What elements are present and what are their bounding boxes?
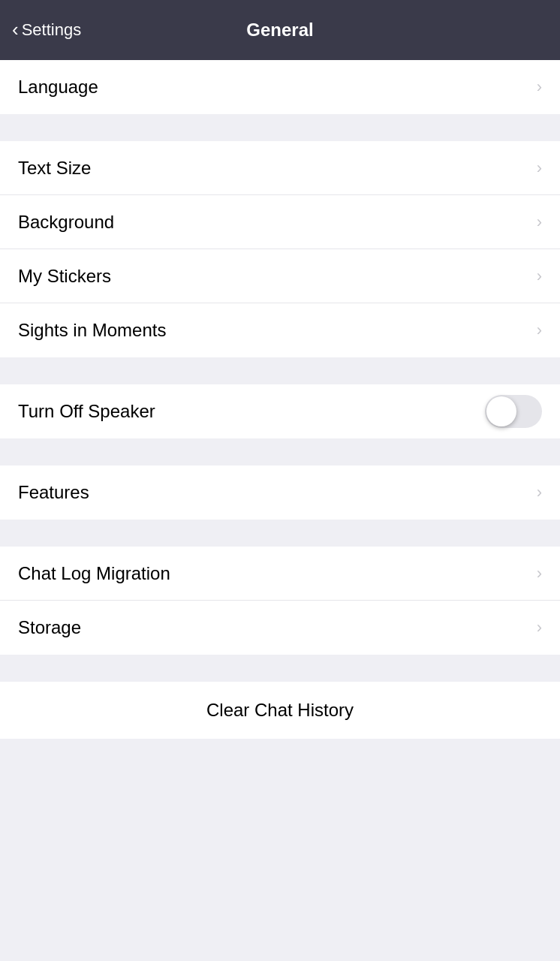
my-stickers-item[interactable]: My Stickers › [0,249,560,303]
features-chevron-icon: › [537,483,542,502]
background-label: Background [18,212,114,233]
turn-off-speaker-toggle[interactable] [485,395,542,428]
toggle-knob [486,396,516,426]
features-label: Features [18,482,89,503]
storage-item[interactable]: Storage › [0,601,560,655]
back-button[interactable]: ‹ Settings [12,20,81,40]
my-stickers-chevron-container: › [537,267,542,286]
navigation-bar: ‹ Settings General [0,0,560,60]
clear-chat-history-button[interactable]: Clear Chat History [0,682,560,739]
divider-4 [0,520,560,547]
text-size-label: Text Size [18,158,91,179]
turn-off-speaker-label: Turn Off Speaker [18,401,155,422]
background-chevron-icon: › [537,212,542,232]
turn-off-speaker-item[interactable]: Turn Off Speaker [0,384,560,438]
sights-in-moments-chevron-icon: › [537,321,542,340]
divider-1 [0,114,560,141]
features-item[interactable]: Features › [0,465,560,520]
sights-in-moments-chevron-container: › [537,321,542,340]
background-chevron-container: › [537,212,542,232]
divider-5 [0,655,560,682]
storage-label: Storage [18,617,81,638]
chat-log-migration-item[interactable]: Chat Log Migration › [0,547,560,601]
text-size-chevron-icon: › [537,158,542,178]
back-label: Settings [22,20,82,40]
text-size-chevron-container: › [537,158,542,178]
section-display: Text Size › Background › My Stickers › S… [0,141,560,357]
divider-3 [0,438,560,465]
language-chevron-container: › [537,77,542,97]
language-item[interactable]: Language › [0,60,560,114]
my-stickers-label: My Stickers [18,266,111,287]
clear-chat-history-label: Clear Chat History [206,700,354,721]
section-features: Features › [0,465,560,520]
back-chevron-icon: ‹ [12,20,19,39]
chat-log-migration-chevron-icon: › [537,564,542,583]
storage-chevron-icon: › [537,618,542,637]
sights-in-moments-item[interactable]: Sights in Moments › [0,303,560,357]
background-item[interactable]: Background › [0,195,560,249]
section-data: Chat Log Migration › Storage › [0,547,560,655]
storage-chevron-container: › [537,618,542,637]
page-title: General [246,20,313,41]
features-chevron-container: › [537,483,542,502]
section-language: Language › [0,60,560,114]
sights-in-moments-label: Sights in Moments [18,320,166,341]
chat-log-migration-label: Chat Log Migration [18,563,170,584]
my-stickers-chevron-icon: › [537,267,542,286]
section-clear: Clear Chat History [0,682,560,739]
text-size-item[interactable]: Text Size › [0,141,560,195]
language-label: Language [18,77,98,98]
chat-log-migration-chevron-container: › [537,564,542,583]
divider-2 [0,357,560,384]
section-speaker: Turn Off Speaker [0,384,560,438]
divider-6 [0,739,560,766]
language-chevron-icon: › [537,77,542,97]
